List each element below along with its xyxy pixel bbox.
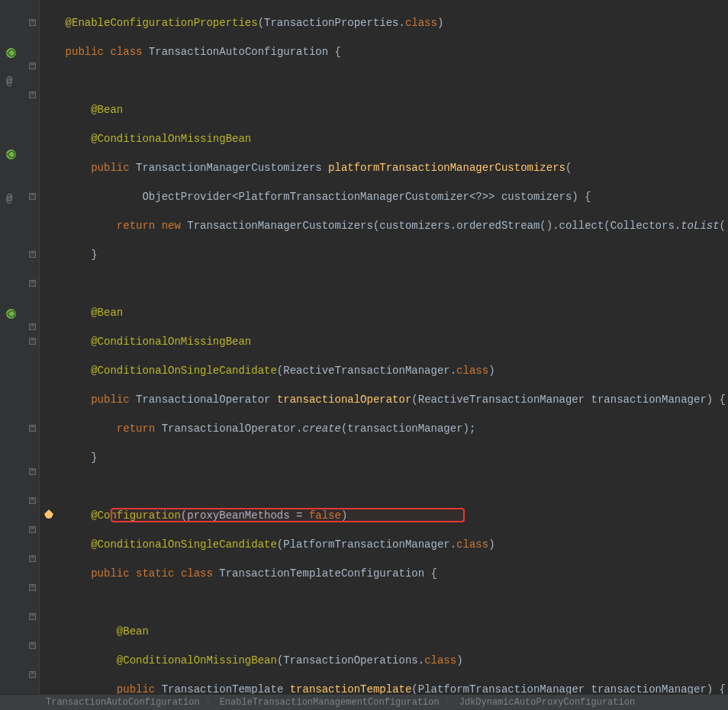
code-line[interactable]: @Bean — [40, 306, 728, 320]
code-line[interactable]: @ConditionalOnMissingBean — [40, 132, 728, 146]
breadcrumb-item[interactable]: TransactionAutoConfiguration — [40, 697, 206, 708]
code-line[interactable]: public class TransactionAutoConfiguratio… — [40, 45, 728, 59]
fold-marker[interactable] — [29, 425, 36, 432]
code-line[interactable]: public static class TransactionTemplateC… — [40, 567, 728, 581]
fold-marker[interactable] — [29, 19, 36, 26]
code-editor[interactable]: @EnableConfigurationProperties(Transacti… — [40, 0, 728, 694]
fold-marker[interactable] — [29, 323, 36, 330]
code-line[interactable]: @EnableConfigurationProperties(Transacti… — [40, 16, 728, 31]
fold-marker[interactable] — [29, 251, 36, 258]
spring-bean-icon[interactable] — [6, 149, 17, 160]
fold-marker[interactable] — [29, 526, 36, 533]
code-line[interactable] — [40, 74, 728, 88]
code-line[interactable]: @Bean — [40, 625, 728, 639]
fold-marker[interactable] — [29, 280, 36, 287]
code-line[interactable]: public TransactionManagerCustomizers pla… — [40, 161, 728, 175]
code-line[interactable]: } — [40, 248, 728, 262]
editor-gutter: @ @ — [0, 0, 40, 694]
fold-marker[interactable] — [29, 555, 36, 562]
code-line[interactable]: public TransactionalOperator transaction… — [40, 393, 728, 407]
code-line[interactable]: ObjectProvider<PlatformTransactionManage… — [40, 190, 728, 204]
fold-marker[interactable] — [29, 642, 36, 649]
fold-marker[interactable] — [29, 193, 36, 200]
code-line[interactable]: return TransactionalOperator.create(tran… — [40, 422, 728, 436]
code-line[interactable] — [40, 596, 728, 610]
breadcrumb-item[interactable]: EnableTransactionManagementConfiguration — [214, 697, 446, 708]
fold-marker[interactable] — [29, 584, 36, 591]
code-line[interactable] — [40, 277, 728, 291]
code-line[interactable]: @Bean — [40, 103, 728, 117]
spring-bean-icon[interactable] — [6, 48, 17, 59]
code-line[interactable]: return new TransactionManagerCustomizers… — [40, 219, 728, 233]
code-line[interactable]: } — [40, 451, 728, 465]
breadcrumb-item[interactable]: JdkDynamicAutoProxyConfiguration — [453, 697, 641, 708]
fold-marker[interactable] — [29, 671, 36, 678]
at-annotation-icon[interactable]: @ — [6, 193, 17, 204]
chevron-right-icon: 〉 — [206, 697, 214, 708]
fold-marker[interactable] — [29, 468, 36, 475]
code-line[interactable]: @ConditionalOnMissingBean — [40, 335, 728, 349]
breadcrumb-bar: TransactionAutoConfiguration 〉 EnableTra… — [0, 694, 728, 710]
code-line[interactable]: @ConditionalOnSingleCandidate(ReactiveTr… — [40, 364, 728, 378]
fold-marker[interactable] — [29, 497, 36, 504]
code-line[interactable]: @ConditionalOnMissingBean(TransactionOpe… — [40, 654, 728, 668]
chevron-right-icon: 〉 — [446, 697, 453, 708]
spring-bean-icon[interactable] — [6, 309, 17, 320]
fold-marker[interactable] — [29, 92, 36, 98]
fold-marker[interactable] — [29, 338, 36, 345]
code-line[interactable]: @Configuration(proxyBeanMethods = false) — [40, 509, 728, 523]
code-line[interactable]: @ConditionalOnSingleCandidate(PlatformTr… — [40, 538, 728, 552]
fold-column — [27, 0, 38, 694]
fold-marker[interactable] — [29, 63, 36, 69]
fold-marker[interactable] — [29, 613, 36, 620]
code-line[interactable] — [40, 480, 728, 494]
at-annotation-icon[interactable]: @ — [6, 75, 17, 86]
